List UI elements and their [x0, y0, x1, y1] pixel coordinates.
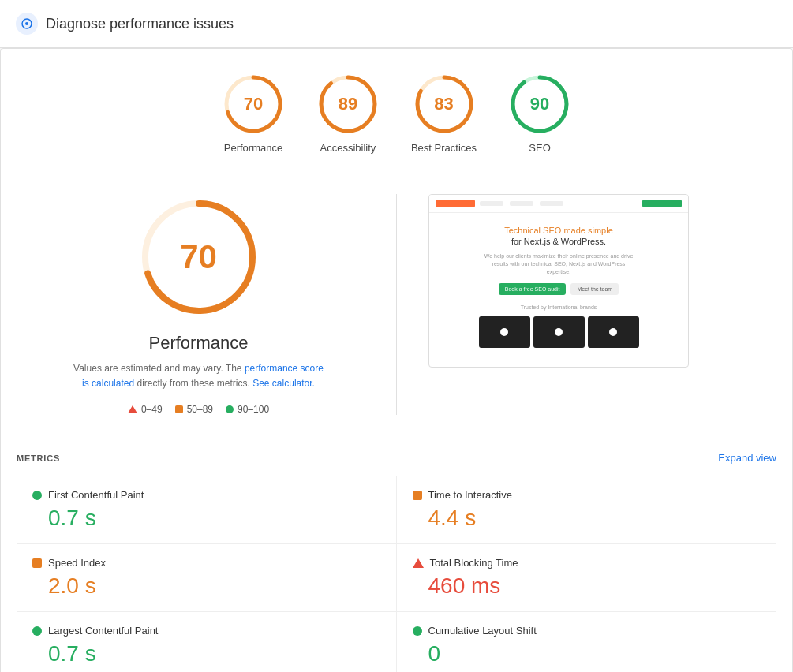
metric-lcp-value: 0.7 s — [32, 641, 380, 666]
mock-card-1 — [479, 316, 530, 348]
big-score-value: 70 — [180, 238, 217, 276]
metric-tbt-header: Total Blocking Time — [413, 557, 761, 569]
metric-tti-indicator — [413, 491, 422, 500]
metric-fcp-header: First Contentful Paint — [32, 489, 380, 501]
see-calculator-link[interactable]: See calculator. — [252, 378, 315, 389]
metric-tbt: Total Blocking Time 460 ms — [397, 544, 777, 612]
score-circle-seo: 90 — [508, 73, 571, 136]
page-title: Diagnose performance issues — [46, 16, 234, 32]
metric-tbt-name: Total Blocking Time — [430, 557, 518, 569]
screenshot-preview: Technical SEO made simple for Next.js & … — [428, 194, 689, 368]
legend-pass-icon — [226, 405, 234, 413]
svg-point-1 — [25, 22, 28, 25]
score-best-practices: 83 Best Practices — [411, 73, 477, 154]
score-value-performance: 70 — [244, 94, 263, 114]
metric-fcp: First Contentful Paint 0.7 s — [17, 476, 397, 544]
metric-tbt-value: 460 ms — [413, 573, 761, 599]
metric-cls: Cumulative Layout Shift 0 — [397, 612, 777, 672]
big-score-circle: 70 — [136, 194, 262, 320]
score-circle-performance: 70 — [222, 73, 285, 136]
mock-nav-item — [540, 201, 563, 206]
metric-cls-indicator — [413, 626, 422, 636]
score-label-accessibility: Accessibility — [320, 142, 376, 154]
score-label-best-practices: Best Practices — [411, 142, 477, 154]
mock-nav — [480, 201, 563, 206]
metric-tti-name: Time to Interactive — [428, 489, 512, 501]
score-circle-best-practices: 83 — [413, 73, 476, 136]
metric-tbt-indicator — [413, 558, 424, 568]
screenshot-mock: Technical SEO made simple for Next.js & … — [429, 195, 688, 367]
mock-card-dot — [609, 328, 617, 336]
metric-lcp-header: Largest Contentful Paint — [32, 625, 380, 637]
score-legend: 0–49 50–89 90–100 — [128, 404, 269, 415]
mock-card-3 — [588, 316, 639, 348]
detail-divider — [396, 194, 397, 415]
performance-title: Performance — [149, 333, 249, 353]
mock-card-2 — [533, 316, 585, 348]
score-accessibility: 89 Accessibility — [316, 73, 380, 154]
mock-subtitle: We help our clients maximize their onlin… — [480, 252, 638, 275]
mock-title-line2: for Next.js & WordPress. — [511, 237, 606, 246]
page-header: Diagnose performance issues — [0, 0, 793, 48]
mock-trust: Trusted by International brands — [521, 304, 597, 310]
metric-fcp-indicator — [32, 491, 42, 500]
metric-tti: Time to Interactive 4.4 s — [397, 476, 777, 544]
metric-si-header: Speed Index — [32, 557, 380, 569]
metrics-header: METRICS Expand view — [17, 452, 776, 464]
metric-lcp: Largest Contentful Paint 0.7 s — [17, 612, 397, 672]
mock-cta — [642, 200, 682, 207]
mock-card-dot — [555, 328, 563, 336]
mock-header — [429, 195, 688, 213]
expand-view-button[interactable]: Expand view — [718, 452, 776, 464]
metric-cls-value: 0 — [413, 641, 761, 666]
score-label-seo: SEO — [529, 142, 550, 154]
performance-detail-left: 70 Performance Values are estimated and … — [32, 194, 365, 415]
metric-si: Speed Index 2.0 s — [17, 544, 397, 612]
metric-tti-value: 4.4 s — [413, 506, 761, 531]
scores-row: 70 Performance 89 Accessibility — [1, 49, 792, 170]
metric-si-indicator — [32, 558, 42, 568]
score-value-accessibility: 89 — [339, 94, 357, 114]
mock-buttons: Book a free SEO audit Meet the team — [499, 283, 619, 295]
mock-btn-primary: Book a free SEO audit — [499, 283, 567, 295]
score-performance: 70 Performance — [222, 73, 285, 154]
metric-si-value: 2.0 s — [32, 573, 380, 599]
score-value-best-practices: 83 — [434, 94, 453, 114]
metric-cls-name: Cumulative Layout Shift — [428, 625, 537, 637]
main-panel: 70 Performance 89 Accessibility — [0, 48, 793, 672]
performance-detail-right: Technical SEO made simple for Next.js & … — [428, 194, 761, 368]
mock-cards — [479, 316, 639, 348]
legend-fail-icon — [128, 405, 137, 413]
metrics-grid: First Contentful Paint 0.7 s Time to Int… — [17, 476, 776, 672]
legend-average-icon — [175, 405, 183, 413]
mock-logo — [436, 200, 475, 207]
metric-fcp-name: First Contentful Paint — [48, 489, 144, 501]
metric-fcp-value: 0.7 s — [32, 506, 380, 531]
metric-cls-header: Cumulative Layout Shift — [413, 625, 761, 637]
metric-tti-header: Time to Interactive — [413, 489, 761, 501]
mock-nav-item — [480, 201, 503, 206]
metric-si-name: Speed Index — [48, 557, 106, 569]
mock-title-line1: Technical SEO made simple — [504, 226, 613, 235]
metrics-title: METRICS — [17, 454, 60, 463]
legend-fail: 0–49 — [128, 404, 163, 415]
metric-lcp-name: Largest Contentful Paint — [48, 625, 158, 637]
score-seo: 90 SEO — [508, 73, 571, 154]
legend-average: 50–89 — [175, 404, 213, 415]
performance-description: Values are estimated and may vary. The p… — [73, 361, 325, 391]
legend-pass: 90–100 — [226, 404, 269, 415]
detail-section: 70 Performance Values are estimated and … — [1, 170, 792, 439]
mock-body: Technical SEO made simple for Next.js & … — [429, 213, 688, 367]
mock-card-dot — [500, 328, 508, 336]
header-icon — [16, 13, 38, 35]
score-value-seo: 90 — [530, 94, 549, 114]
score-label-performance: Performance — [224, 142, 282, 154]
mock-btn-secondary: Meet the team — [570, 283, 619, 295]
score-circle-accessibility: 89 — [316, 73, 380, 136]
metric-lcp-indicator — [32, 626, 42, 636]
mock-nav-item — [510, 201, 533, 206]
metrics-section: METRICS Expand view First Contentful Pai… — [1, 439, 792, 672]
